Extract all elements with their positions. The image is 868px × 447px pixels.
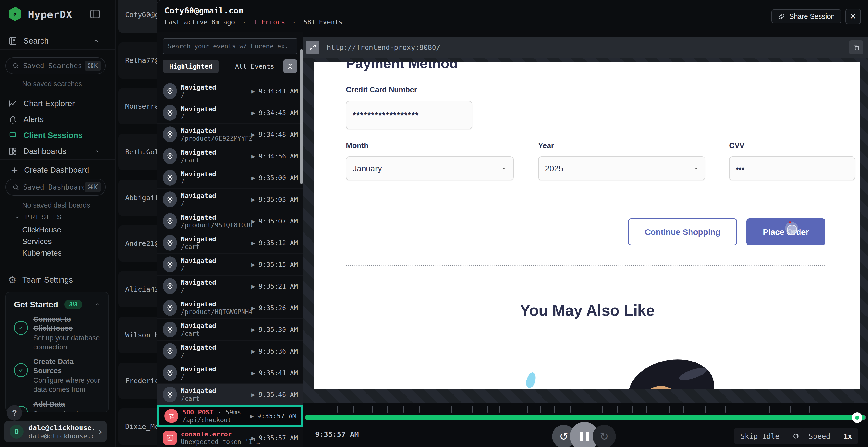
sidebar-item-search[interactable]: Search xyxy=(0,33,115,49)
preset-kubernetes[interactable]: Kubernetes xyxy=(22,248,62,257)
event-row[interactable]: Navigated /product/6E92ZMYYFZ ▶ 9:34:48 … xyxy=(157,123,303,145)
event-row[interactable]: Navigated / ▶ 9:34:45 AM xyxy=(157,102,303,123)
event-path: Unexpected token 'I'… xyxy=(181,438,260,446)
month-select[interactable]: January xyxy=(346,156,514,180)
sidebar-item-alerts[interactable]: Alerts xyxy=(0,112,115,127)
session-card[interactable]: Dixie_Mc xyxy=(118,409,157,445)
event-timestamp: 9:34:41 AM xyxy=(258,88,298,95)
event-time[interactable]: ▶ 9:35:07 AM xyxy=(251,217,298,225)
event-time[interactable]: ▶ 9:35:30 AM xyxy=(251,326,298,333)
event-row[interactable]: Navigated /product/HQTGWGPNH4 ▶ 9:35:26 … xyxy=(157,297,303,318)
chevron-up-icon[interactable] xyxy=(94,301,100,308)
session-card[interactable]: Wilson_H xyxy=(118,317,157,353)
timeline-playhead[interactable] xyxy=(852,412,863,423)
event-timestamp: 9:35:00 AM xyxy=(258,174,298,182)
event-row[interactable]: Navigated / ▶ 9:35:36 AM xyxy=(157,340,303,362)
event-row[interactable]: 500 POST · 59ms /api/checkout ▶ 9:35:57 … xyxy=(157,405,303,427)
sidebar-item-team-settings[interactable]: ⚙ Team Settings xyxy=(0,272,115,287)
collapse-panel-button[interactable] xyxy=(283,60,297,73)
event-row[interactable]: console.error Unexpected token 'I'… ▶ 9:… xyxy=(157,427,303,447)
event-row[interactable]: Navigated /cart ▶ 9:35:46 AM xyxy=(157,383,303,405)
session-card[interactable]: Monserra xyxy=(118,88,157,124)
session-card[interactable]: Alicia42 xyxy=(118,271,157,307)
event-row[interactable]: Navigated / ▶ 9:34:41 AM xyxy=(157,80,303,102)
presets-toggle[interactable]: PRESETS xyxy=(14,213,62,221)
session-card[interactable]: Frederic xyxy=(118,363,157,399)
event-time[interactable]: ▶ 9:35:26 AM xyxy=(251,304,298,312)
event-timestamp: 9:34:45 AM xyxy=(258,109,298,116)
cc-number-input[interactable]: ****************** xyxy=(346,101,472,129)
skip-idle-control[interactable]: Skip Idle xyxy=(734,428,807,444)
sidebar-item-client-sessions[interactable]: Client Sessions xyxy=(0,128,115,143)
event-row[interactable]: Navigated /cart ▶ 9:34:56 AM xyxy=(157,145,303,167)
event-time[interactable]: ▶ 9:35:57 AM xyxy=(251,434,298,442)
session-card[interactable]: Andre21@ xyxy=(118,226,157,262)
speed-control[interactable]: Speed 1x xyxy=(802,428,858,444)
event-row[interactable]: Navigated /cart ▶ 9:35:12 AM xyxy=(157,232,303,253)
event-time[interactable]: ▶ 9:35:00 AM xyxy=(251,174,298,182)
help-button[interactable]: ? xyxy=(7,405,22,420)
events-search[interactable] xyxy=(163,38,297,55)
event-row[interactable]: Navigated /product/9SIQT8TOJO ▶ 9:35:07 … xyxy=(157,210,303,232)
cvv-input[interactable]: ••• xyxy=(729,156,855,180)
event-time[interactable]: ▶ 9:34:56 AM xyxy=(251,152,298,160)
event-time[interactable]: ▶ 9:35:21 AM xyxy=(251,282,298,290)
copy-url-button[interactable] xyxy=(849,40,863,55)
event-row[interactable]: Navigated / ▶ 9:35:00 AM xyxy=(157,167,303,188)
event-time[interactable]: ▶ 9:35:46 AM xyxy=(251,391,298,398)
session-card[interactable]: Coty60@g xyxy=(118,0,157,33)
expand-button[interactable] xyxy=(306,41,319,54)
event-time[interactable]: ▶ 9:34:48 AM xyxy=(251,131,298,138)
preset-clickhouse[interactable]: ClickHouse xyxy=(22,226,61,234)
event-row[interactable]: Navigated / ▶ 9:35:03 AM xyxy=(157,188,303,210)
event-time[interactable]: ▶ 9:34:45 AM xyxy=(251,109,298,116)
events-search-input[interactable] xyxy=(163,43,297,50)
saved-searches-search[interactable]: ⌘K xyxy=(5,57,105,74)
user-menu[interactable]: D dale@clickhouse.com dale@clickhouse.co… xyxy=(4,421,106,442)
get-started-item[interactable]: Add Data Start sending logs, metrics, or… xyxy=(14,400,101,412)
session-card[interactable]: Abbigail xyxy=(118,180,157,216)
event-time[interactable]: ▶ 9:35:41 AM xyxy=(251,369,298,377)
get-started-item[interactable]: Connect to ClickHouse Set up your databa… xyxy=(14,314,101,352)
event-row[interactable]: Navigated /cart ▶ 9:35:30 AM xyxy=(157,318,303,340)
events-scrollbar[interactable] xyxy=(301,49,303,184)
timeline-progress-bar[interactable] xyxy=(305,415,865,420)
preset-services[interactable]: Services xyxy=(22,237,52,246)
event-time[interactable]: ▶ 9:35:57 AM xyxy=(250,412,296,420)
sidebar-item-chart-explorer[interactable]: Chart Explorer xyxy=(0,96,115,111)
event-title: Navigated xyxy=(181,83,216,91)
event-time[interactable]: ▶ 9:35:15 AM xyxy=(251,261,298,268)
sidebar-item-dashboards[interactable]: Dashboards xyxy=(0,143,115,159)
event-timestamp: 9:35:12 AM xyxy=(258,239,298,247)
sidebar-item-label: Chart Explorer xyxy=(23,99,75,108)
timeline-tick xyxy=(337,406,338,413)
close-button[interactable]: ✕ xyxy=(845,9,861,24)
saved-searches-input[interactable] xyxy=(23,61,85,70)
event-time[interactable]: ▶ 9:35:03 AM xyxy=(251,196,298,203)
brand-header: HyperDX xyxy=(0,0,115,27)
create-dashboard-button[interactable]: + Create Dashboard xyxy=(0,163,115,177)
event-row[interactable]: Navigated / ▶ 9:35:15 AM xyxy=(157,253,303,275)
event-time[interactable]: ▶ 9:35:12 AM xyxy=(251,239,298,247)
session-email: Beth.Gol xyxy=(125,148,157,156)
session-card[interactable]: Beth.Gol xyxy=(118,134,157,170)
tab-all-events[interactable]: All Events xyxy=(229,60,281,73)
presets-label: PRESETS xyxy=(25,213,62,221)
saved-dashboards-input[interactable] xyxy=(23,183,85,192)
get-started-item[interactable]: Create Data Sources Configure where your… xyxy=(14,357,101,394)
year-select[interactable]: 2025 xyxy=(538,156,705,180)
event-row[interactable]: Navigated / ▶ 9:35:21 AM xyxy=(157,275,303,297)
tab-highlighted[interactable]: Highlighted xyxy=(163,60,219,73)
sidebar-collapse-icon[interactable] xyxy=(89,8,101,20)
share-session-button[interactable]: Share Session xyxy=(771,9,841,23)
event-title: Navigated xyxy=(181,214,216,221)
event-path: /api/checkout xyxy=(182,416,241,424)
event-time[interactable]: ▶ 9:34:41 AM xyxy=(251,88,298,95)
event-time[interactable]: ▶ 9:35:36 AM xyxy=(251,347,298,355)
event-row[interactable]: Navigated / ▶ 9:35:41 AM xyxy=(157,362,303,383)
place-order-button[interactable]: Place Order xyxy=(746,218,825,245)
continue-shopping-button[interactable]: Continue Shopping xyxy=(628,218,737,245)
session-card[interactable]: Retha77@ xyxy=(118,42,157,78)
saved-dashboards-search[interactable]: ⌘K xyxy=(5,179,105,196)
forward-button[interactable]: ↻ xyxy=(593,425,616,447)
